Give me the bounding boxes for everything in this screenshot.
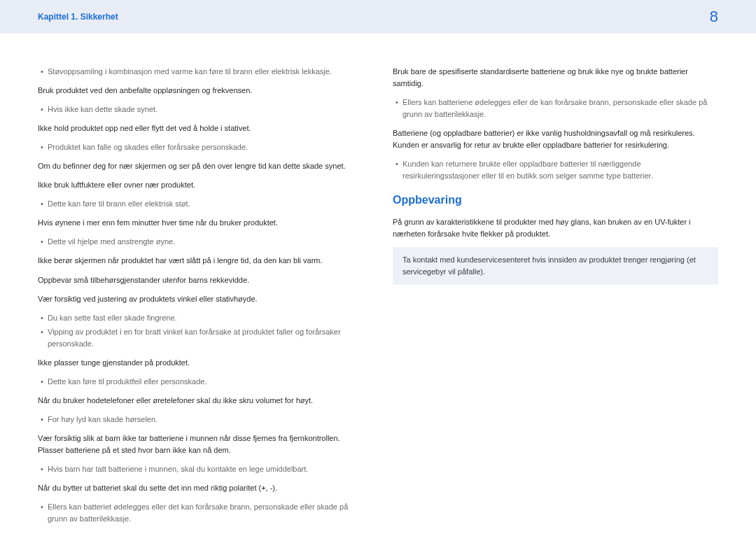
bullet-list: Kunden kan returnere brukte eller opplad… <box>393 158 718 182</box>
right-column: Bruk bare de spesifiserte standardiserte… <box>393 66 718 532</box>
list-item: Ellers kan batteriet ødelegges eller det… <box>38 501 363 525</box>
paragraph: På grunn av karakteristikkene til produk… <box>393 216 718 240</box>
paragraph: Vær forsiktig slik at barn ikke tar batt… <box>38 433 363 456</box>
list-item: Du kan sette fast eller skade fingrene. <box>38 312 363 324</box>
paragraph: Hvis øynene i mer enn fem minutter hver … <box>38 217 363 229</box>
list-item: Hvis barn har tatt batteriene i munnen, … <box>38 463 363 475</box>
page-number: 8 <box>710 8 718 26</box>
list-item: Dette kan føre til brann eller elektrisk… <box>38 198 363 210</box>
bullet-list: Støvoppsamling i kombinasjon med varme k… <box>38 66 363 78</box>
paragraph: Ikke bruk luftfuktere eller ovner nær pr… <box>38 179 363 191</box>
bullet-list: Dette kan føre til produktfeil eller per… <box>38 376 363 388</box>
bullet-list: Produktet kan falle og skades eller forå… <box>38 141 363 153</box>
list-item: Kunden kan returnere brukte eller opplad… <box>393 158 718 182</box>
bullet-list: Ellers kan batteriene ødelegges eller de… <box>393 97 718 120</box>
list-item: Dette kan føre til produktfeil eller per… <box>38 376 363 388</box>
bullet-list: For høy lyd kan skade hørselen. <box>38 414 363 426</box>
paragraph: Vær forsiktig ved justering av produktet… <box>38 293 363 305</box>
left-column: Støvoppsamling i kombinasjon med varme k… <box>38 66 363 532</box>
paragraph: Bruk bare de spesifiserte standardiserte… <box>393 66 718 90</box>
bullet-list: Dette vil hjelpe med anstrengte øyne. <box>38 236 363 248</box>
bullet-list: Dette kan føre til brann eller elektrisk… <box>38 198 363 210</box>
list-item: Hvis ikke kan dette skade synet. <box>38 104 363 115</box>
list-item: For høy lyd kan skade hørselen. <box>38 414 363 426</box>
paragraph: Ikke hold produktet opp ned eller flytt … <box>38 122 363 134</box>
bullet-list: Hvis ikke kan dette skade synet. <box>38 104 363 115</box>
list-item: Produktet kan falle og skades eller forå… <box>38 141 363 153</box>
paragraph: Når du bruker hodetelefoner eller øretel… <box>38 395 363 407</box>
page-header: Kapittel 1. Sikkerhet 8 <box>0 0 756 34</box>
section-title: Oppbevaring <box>393 192 718 209</box>
list-item: Vipping av produktet i en for bratt vink… <box>38 326 363 350</box>
paragraph: Bruk produktet ved den anbefalte oppløsn… <box>38 85 363 97</box>
bullet-list: Du kan sette fast eller skade fingrene.V… <box>38 312 363 350</box>
paragraph: Om du befinner deg for nær skjermen og s… <box>38 160 363 172</box>
list-item: Støvoppsamling i kombinasjon med varme k… <box>38 66 363 78</box>
list-item: Dette vil hjelpe med anstrengte øyne. <box>38 236 363 248</box>
chapter-label: Kapittel 1. Sikkerhet <box>38 12 118 22</box>
paragraph: Ikke plasser tunge gjenstander på produk… <box>38 357 363 369</box>
page-content: Støvoppsamling i kombinasjon med varme k… <box>0 34 756 532</box>
paragraph: Ikke berør skjermen når produktet har væ… <box>38 255 363 267</box>
paragraph: Når du bytter ut batteriet skal du sette… <box>38 482 363 494</box>
note-box: Ta kontakt med kundeservicesenteret hvis… <box>393 247 718 285</box>
bullet-list: Hvis barn har tatt batteriene i munnen, … <box>38 463 363 475</box>
paragraph: Oppbevar små tilbehørsgjenstander utenfo… <box>38 274 363 286</box>
list-item: Ellers kan batteriene ødelegges eller de… <box>393 97 718 120</box>
bullet-list: Ellers kan batteriet ødelegges eller det… <box>38 501 363 525</box>
paragraph: Batteriene (og oppladbare batterier) er … <box>393 127 718 151</box>
